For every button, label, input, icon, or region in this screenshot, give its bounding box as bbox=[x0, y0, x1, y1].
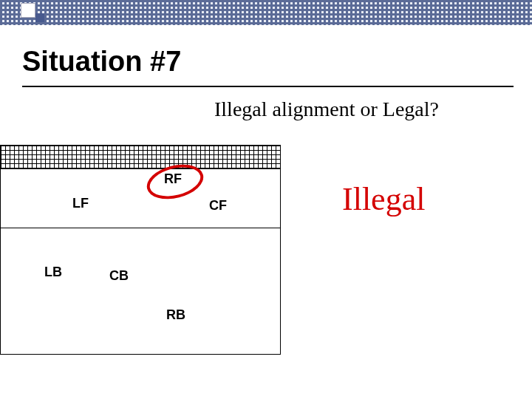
position-lf: LF bbox=[72, 196, 89, 211]
court-outline bbox=[0, 168, 281, 355]
attack-line bbox=[0, 228, 281, 228]
decorative-header-pattern bbox=[0, 0, 532, 25]
question-text: Illegal alignment or Legal? bbox=[214, 98, 439, 121]
net-hatch bbox=[0, 145, 281, 168]
position-cb: CB bbox=[109, 268, 129, 284]
position-rf: RF bbox=[164, 171, 182, 187]
slide-title: Situation #7 bbox=[22, 46, 181, 78]
title-underline bbox=[22, 86, 514, 87]
verdict-text: Illegal bbox=[342, 180, 425, 218]
position-lb: LB bbox=[44, 265, 62, 280]
position-cf: CF bbox=[209, 198, 227, 214]
position-rb: RB bbox=[166, 307, 185, 323]
decorative-square-light bbox=[21, 3, 35, 18]
decorative-square-dark bbox=[35, 13, 44, 22]
